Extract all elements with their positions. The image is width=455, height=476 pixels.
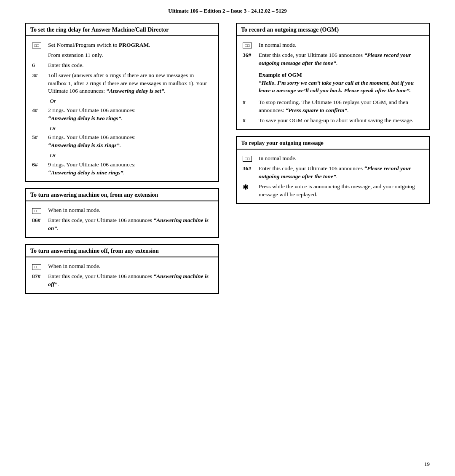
example-text: “Hello. I’m sorry we can’t take your cal… — [259, 80, 414, 94]
or-text: Or — [32, 96, 212, 106]
table-row: 86# Enter this code, your Ultimate 106 a… — [30, 216, 214, 234]
desc-cell: 2 rings. Your Ultimate 106 announces: “A… — [46, 106, 214, 124]
section-am-off-title: To turn answering machine off, from any … — [26, 245, 218, 257]
table-row: 6# 9 rings. Your Ultimate 106 announces:… — [30, 160, 214, 178]
star-code-cell: ✱ — [241, 182, 257, 200]
desc-cell: Enter this code, your Ultimate 106 annou… — [257, 51, 425, 69]
desc-cell: When in normal mode. — [46, 262, 214, 272]
table-row: Example of OGM “Hello. I’m sorry we can’… — [241, 69, 425, 98]
section-am-off-body: □□ When in normal mode. 87# Enter this c… — [26, 257, 218, 293]
example-block: Example of OGM “Hello. I’m sorry we can’… — [259, 71, 423, 95]
left-column: To set the ring delay for Answer Machine… — [25, 23, 228, 300]
code-cell: 36# — [241, 51, 257, 69]
gap-row: Or — [30, 124, 214, 133]
code-cell: □□ — [30, 40, 46, 51]
desc-cell: Press while the voice is announcing this… — [257, 182, 425, 200]
code-cell: 3# — [30, 71, 46, 97]
gap-row: Or — [30, 151, 214, 160]
table-row: □□ When in normal mode. — [30, 262, 214, 272]
italic-bold-text: “Answering delay is nine rings” — [48, 169, 123, 176]
table-row: 87# Enter this code, your Ultimate 106 a… — [30, 272, 214, 290]
phone-icon: □□ — [32, 208, 41, 214]
table-row: 6 Enter this code. — [30, 61, 214, 71]
section-record-ogm-title: To record an outgoing message (OGM) — [237, 24, 429, 36]
code-cell: 86# — [30, 216, 46, 234]
desc-cell: From extension 11 only. — [46, 51, 214, 61]
desc-cell: Example of OGM “Hello. I’m sorry we can’… — [257, 69, 425, 98]
page-header: Ultimate 106 – Edition 2 – Issue 3 - 24.… — [0, 0, 455, 19]
code-cell: 36# — [241, 164, 257, 182]
desc-cell: 9 rings. Your Ultimate 106 announces: “A… — [46, 160, 214, 178]
section-replay-ogm-title: To replay your outgoing message — [237, 137, 429, 150]
code-cell: 6 — [30, 61, 46, 71]
desc-cell: To save your OGM or hang-up to abort wit… — [257, 116, 425, 126]
section-am-on: To turn answering machine on, from any e… — [25, 188, 219, 238]
code-cell: □□ — [241, 154, 257, 164]
code-cell: # — [241, 98, 257, 116]
table-row: # To stop recording. The Ultimate 106 re… — [241, 98, 425, 116]
desc-cell: Enter this code. — [46, 61, 214, 71]
table-row: □□ In normal mode. — [241, 154, 425, 164]
italic-bold-text: “Please record your outgoing message aft… — [259, 165, 411, 179]
section-ring-delay: To set the ring delay for Answer Machine… — [25, 23, 219, 182]
section-ring-delay-body: □□ Set Normal/Program switch to PROGRAM.… — [26, 36, 218, 181]
italic-bold-text: “Answering delay is two rings” — [48, 115, 121, 121]
desc-cell: To stop recording. The Ultimate 106 repl… — [257, 98, 425, 116]
table-row: 5# 6 rings. Your Ultimate 106 announces:… — [30, 133, 214, 151]
code-cell: 87# — [30, 272, 46, 290]
table-row: □□ When in normal mode. — [30, 206, 214, 216]
italic-bold-text: “Answering delay is set” — [106, 88, 164, 94]
page-number: 19 — [424, 461, 430, 468]
desc-cell: 6 rings. Your Ultimate 106 announces: “A… — [46, 133, 214, 151]
bold-text: PROGRAM — [119, 42, 149, 48]
or-text: Or — [32, 151, 212, 160]
phone-icon: □□ — [243, 156, 252, 162]
italic-bold-text: “Answering delay is six rings” — [48, 142, 120, 148]
section-replay-ogm-body: □□ In normal mode. 36# Enter this code, … — [237, 150, 429, 203]
gap-row: Or — [30, 96, 214, 106]
code-cell: □□ — [30, 262, 46, 272]
section-record-ogm-body: □□ In normal mode. 36# Enter this code, … — [237, 36, 429, 129]
desc-cell: In normal mode. — [257, 40, 425, 51]
code-cell: 6# — [30, 160, 46, 178]
table-row: 36# Enter this code, your Ultimate 106 a… — [241, 164, 425, 182]
code-cell: □□ — [241, 40, 257, 51]
right-column: To record an outgoing message (OGM) □□ I… — [228, 23, 430, 300]
table-row: # To save your OGM or hang-up to abort w… — [241, 116, 425, 126]
desc-cell: Toll saver (answers after 6 rings if the… — [46, 71, 214, 97]
section-record-ogm: To record an outgoing message (OGM) □□ I… — [236, 23, 430, 130]
italic-bold-text: “Answering machine is on” — [48, 217, 209, 231]
or-text: Or — [32, 124, 212, 133]
phone-icon: □□ — [32, 264, 41, 270]
desc-cell: Enter this code, your Ultimate 106 annou… — [257, 164, 425, 182]
section-replay-ogm: To replay your outgoing message □□ In no… — [236, 136, 430, 204]
desc-cell: Set Normal/Program switch to PROGRAM. — [46, 40, 214, 51]
table-row: 36# Enter this code, your Ultimate 106 a… — [241, 51, 425, 69]
code-cell: □□ — [30, 206, 46, 216]
table-row: ✱ Press while the voice is announcing th… — [241, 182, 425, 200]
phone-icon: □□ — [32, 43, 41, 48]
example-label: Example of OGM — [259, 72, 302, 78]
section-ring-delay-title: To set the ring delay for Answer Machine… — [26, 24, 218, 36]
code-cell: 5# — [30, 133, 46, 151]
code-cell: # — [241, 116, 257, 126]
table-row: 3# Toll saver (answers after 6 rings if … — [30, 71, 214, 97]
section-am-on-title: To turn answering machine on, from any e… — [26, 189, 218, 201]
table-row: □□ Set Normal/Program switch to PROGRAM. — [30, 40, 214, 51]
desc-cell: In normal mode. — [257, 154, 425, 164]
code-cell — [241, 69, 257, 98]
code-cell: 4# — [30, 106, 46, 124]
italic-bold-text: “Press square to confirm” — [286, 107, 347, 113]
section-am-off: To turn answering machine off, from any … — [25, 244, 219, 294]
table-row: 4# 2 rings. Your Ultimate 106 announces:… — [30, 106, 214, 124]
desc-cell: Enter this code, your Ultimate 106 annou… — [46, 216, 214, 234]
star-symbol: ✱ — [243, 184, 248, 191]
italic-bold-text: “Please record your outgoing message aft… — [259, 52, 411, 66]
desc-cell: Enter this code, your Ultimate 106 annou… — [46, 272, 214, 290]
phone-icon: □□ — [243, 43, 252, 48]
table-row: □□ In normal mode. — [241, 40, 425, 51]
italic-bold-text: “Answering machine is off” — [48, 273, 209, 287]
table-row: From extension 11 only. — [30, 51, 214, 61]
section-am-on-body: □□ When in normal mode. 86# Enter this c… — [26, 201, 218, 237]
desc-cell: When in normal mode. — [46, 206, 214, 216]
